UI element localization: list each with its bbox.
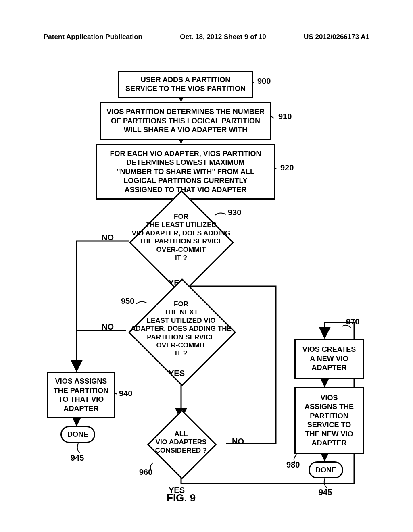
header-center: Oct. 18, 2012 Sheet 9 of 10 [180, 33, 266, 41]
ref-950: 950 [121, 297, 134, 306]
edge-950-no: NO [102, 322, 114, 332]
header-left: Patent Application Publication [44, 33, 142, 41]
ref-945a: 945 [71, 453, 84, 463]
ref-940: 940 [119, 389, 132, 398]
edge-960-no: NO [232, 437, 244, 446]
ref-980: 980 [286, 460, 300, 470]
ref-970: 970 [346, 317, 359, 326]
figure-caption: FIG. 9 [167, 492, 196, 504]
ref-910: 910 [278, 112, 292, 121]
ref-930: 930 [228, 208, 241, 217]
step-940: VIOS ASSIGNS THE PARTITION TO THAT VIO A… [47, 372, 115, 418]
step-910: VIOS PARTITION DETERMINES THE NUMBER OF … [100, 102, 271, 140]
ref-920: 920 [280, 163, 294, 172]
terminator-done-right: DONE [309, 461, 343, 478]
ref-960: 960 [139, 468, 152, 477]
step-900: USER ADDS A PARTITION SERVICE TO THE VIO… [118, 71, 253, 98]
flowchart: USER ADDS A PARTITION SERVICE TO THE VIO… [0, 40, 413, 532]
step-920: FOR EACH VIO ADAPTER, VIOS PARTITION DET… [96, 144, 275, 200]
step-970: VIOS CREATES A NEW VIO ADAPTER [294, 339, 364, 379]
step-980: VIOS ASSIGNS THE PARTITION SERVICE TO TH… [294, 387, 364, 454]
edge-950-yes: YES [169, 369, 185, 378]
ref-945b: 945 [319, 488, 332, 497]
terminator-done-left: DONE [60, 426, 95, 443]
header-right: US 2012/0266173 A1 [304, 33, 369, 41]
edge-930-no: NO [102, 233, 114, 242]
ref-900: 900 [257, 77, 271, 86]
